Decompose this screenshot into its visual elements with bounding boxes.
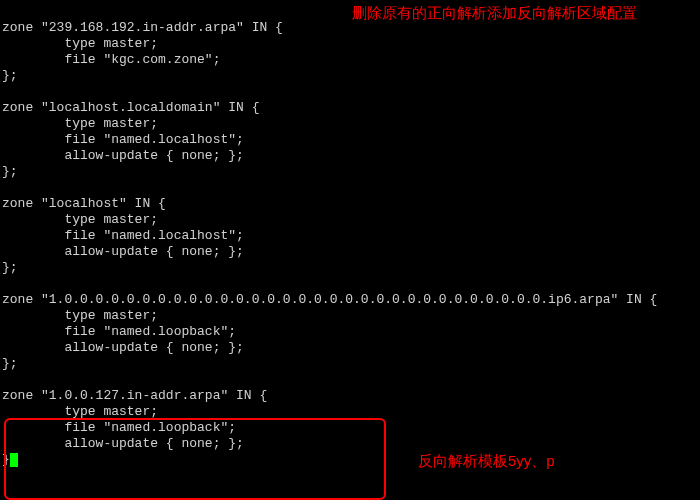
zone-line: type master; [2, 36, 158, 51]
zone-line: file "kgc.com.zone"; [2, 52, 220, 67]
zone-line: allow-update { none; }; [2, 340, 244, 355]
zone-line: allow-update { none; }; [2, 436, 244, 451]
zone-line: zone "localhost.localdomain" IN { [2, 100, 259, 115]
annotation-top: 删除原有的正向解析添加反向解析区域配置 [352, 4, 692, 22]
zone-line: }; [2, 356, 18, 371]
zone-line: allow-update { none; }; [2, 244, 244, 259]
zone-line: }; [2, 260, 18, 275]
zone-line: file "named.loopback"; [2, 420, 236, 435]
zone-line: } [2, 452, 10, 467]
zone-line: }; [2, 68, 18, 83]
terminal-cursor [10, 453, 18, 467]
zone-line: zone "1.0.0.0.0.0.0.0.0.0.0.0.0.0.0.0.0.… [2, 292, 657, 307]
zone-line: file "named.localhost"; [2, 132, 244, 147]
zone-line: type master; [2, 116, 158, 131]
zone-line: file "named.loopback"; [2, 324, 236, 339]
zone-line: }; [2, 164, 18, 179]
zone-line: zone "localhost" IN { [2, 196, 166, 211]
zone-line: type master; [2, 308, 158, 323]
terminal-output: zone "239.168.192.in-addr.arpa" IN { typ… [0, 0, 700, 472]
zone-line: type master; [2, 404, 158, 419]
annotation-bottom: 反向解析模板5yy、p [418, 452, 555, 470]
zone-line: zone "1.0.0.127.in-addr.arpa" IN { [2, 388, 267, 403]
zone-line: zone "239.168.192.in-addr.arpa" IN { [2, 20, 283, 35]
zone-line: file "named.localhost"; [2, 228, 244, 243]
zone-line: type master; [2, 212, 158, 227]
zone-line: allow-update { none; }; [2, 148, 244, 163]
